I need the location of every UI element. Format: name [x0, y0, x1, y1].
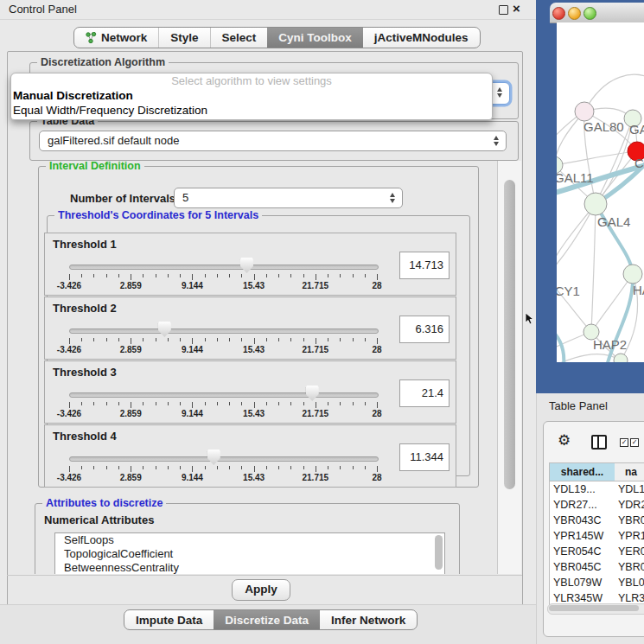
network-window-titlebar[interactable] [550, 3, 644, 23]
table-row[interactable]: YER054CYER0 [550, 544, 644, 559]
threshold-panel-2: Threshold 2-3.4262.8599.14415.4321.71528… [44, 296, 456, 360]
table-data-combo-value: galFiltered.sif default node [48, 134, 179, 147]
slider-track[interactable] [69, 392, 379, 398]
slider-tick [118, 402, 119, 405]
slider-tick-label: 2.859 [120, 281, 142, 290]
threshold-value-field[interactable]: 6.316 [399, 316, 450, 343]
table-data-combobox[interactable]: galFiltered.sif default node [39, 131, 507, 151]
network-icon [86, 32, 97, 44]
network-edge[interactable] [557, 327, 564, 362]
table-column-header-2[interactable]: na [615, 463, 644, 481]
slider-tick [131, 274, 131, 280]
network-edge[interactable] [584, 74, 644, 112]
slider-tick [241, 402, 242, 405]
network-edge[interactable] [591, 204, 596, 332]
network-canvas[interactable]: GAL80GACGAL11GAL4GCY1HAHAP2 [557, 22, 644, 362]
tab-network[interactable]: Network [74, 28, 158, 48]
slider-tick [192, 466, 193, 472]
table-row[interactable]: YBL079WYBL0 [550, 575, 644, 590]
tab-style[interactable]: Style [158, 28, 209, 48]
slider-thumb[interactable] [306, 386, 319, 401]
slider-track[interactable] [69, 328, 379, 334]
tab-select[interactable]: Select [210, 28, 268, 48]
attribute-item[interactable]: BetweennessCentrality [55, 561, 444, 574]
table-row[interactable]: YDL19...YDL1 [550, 481, 644, 497]
table-row[interactable]: YBR043CYBR0 [550, 513, 644, 528]
table-row[interactable]: YDR27...YDR2 [550, 497, 644, 513]
panel-title: Control Panel [9, 3, 77, 16]
table-row[interactable]: YPR145WYPR1 [550, 528, 644, 544]
node-gal80[interactable] [575, 102, 594, 121]
slider-tick [93, 274, 94, 277]
table-hscrollbar-track[interactable] [547, 603, 644, 615]
network-edge[interactable] [591, 274, 633, 332]
tab-infer-network[interactable]: Infer Network [320, 610, 417, 629]
tab-cyni-toolbox[interactable]: Cyni Toolbox [267, 28, 363, 48]
columns-icon[interactable] [591, 435, 607, 450]
apply-button[interactable]: Apply [232, 579, 290, 601]
separator [7, 575, 522, 576]
close-traffic-light-icon[interactable] [552, 7, 565, 20]
algorithm-option[interactable]: Manual Discretization [11, 88, 492, 103]
slider-tick [143, 466, 143, 469]
main-scrollbar-thumb[interactable] [504, 180, 515, 489]
slider-tick [254, 274, 255, 280]
node-bottom[interactable] [614, 354, 628, 362]
table-row[interactable]: YBR045CYBR0 [550, 559, 644, 575]
slider-tick [353, 402, 354, 405]
slider-tick [290, 274, 291, 277]
close-icon[interactable]: × [513, 1, 520, 16]
tab-impute-data[interactable]: Impute Data [124, 610, 214, 629]
slider-tick [278, 338, 279, 341]
group-title-attributes: Attributes to discretize [42, 497, 166, 509]
group-title-discretization-algorithm: Discretization Algorithm [37, 56, 169, 68]
settings-scrollpane: Interval Definition Number of Intervals … [8, 161, 521, 574]
table-cell: YER0 [618, 544, 644, 559]
table-cell: YBL079W [553, 575, 613, 590]
slider-thumb[interactable] [207, 450, 220, 465]
attribute-item[interactable]: TopologicalCoefficient [55, 547, 444, 561]
slider-tick-label: 2.859 [120, 409, 142, 418]
node-table[interactable]: shared...na YDL19...YDL1YDR27...YDR2YBR0… [549, 462, 644, 605]
attribute-item[interactable]: SelfLoops [55, 533, 444, 547]
slider-tick [328, 402, 328, 405]
slider-tick-label: 28 [372, 409, 381, 418]
threshold-panel-4: Threshold 4-3.4262.8599.14415.4321.71528… [44, 424, 456, 488]
checkbox-icon[interactable]: ✓ [630, 438, 639, 447]
network-edge[interactable] [557, 151, 637, 165]
slider-track[interactable] [69, 265, 379, 270]
table-hscrollbar-thumb[interactable] [549, 605, 639, 611]
gear-icon[interactable]: ⚙ [558, 433, 571, 448]
minimize-traffic-light-icon[interactable] [568, 7, 581, 20]
slider-track[interactable] [69, 456, 379, 462]
tab-label: Impute Data [136, 614, 202, 627]
threshold-value-field[interactable]: 11.344 [399, 443, 450, 471]
node-mid-right[interactable] [623, 265, 642, 284]
slider-tick-label: -3.426 [57, 281, 81, 290]
float-window-icon[interactable] [499, 5, 508, 15]
slider-tick [266, 338, 267, 341]
num-intervals-combobox[interactable]: 5 [174, 188, 403, 208]
checkbox-icon[interactable]: ✓ [620, 438, 628, 447]
tab-label: Network [101, 31, 147, 44]
threshold-value-field[interactable]: 14.713 [399, 252, 450, 279]
slider-tick-label: 9.144 [182, 281, 203, 290]
algorithm-option[interactable]: Equal Width/Frequency Discretization [11, 103, 492, 118]
node-gal4[interactable] [584, 193, 607, 215]
tab-jactivemnodules[interactable]: jActiveMNodules [363, 28, 480, 48]
interval-definition-group: Interval Definition Number of Intervals … [38, 166, 479, 488]
slider-tick-label: 15.43 [243, 345, 265, 354]
slider-thumb[interactable] [158, 322, 171, 337]
zoom-traffic-light-icon[interactable] [583, 7, 596, 20]
threshold-value-field[interactable]: 21.4 [399, 379, 450, 407]
main-scrollbar-track[interactable] [497, 161, 521, 574]
node-label-c: C [634, 156, 644, 170]
tab-label: Select [222, 31, 257, 44]
slider-thumb[interactable] [240, 258, 253, 273]
list-scrollbar-thumb[interactable] [435, 535, 443, 570]
tab-label: jActiveMNodules [374, 31, 469, 44]
tab-discretize-data[interactable]: Discretize Data [214, 610, 320, 629]
table-column-header-1[interactable]: shared... [550, 463, 615, 481]
numerical-attributes-list[interactable]: SelfLoopsTopologicalCoefficientBetweenne… [54, 532, 445, 574]
slider-tick-label: -3.426 [57, 409, 81, 418]
